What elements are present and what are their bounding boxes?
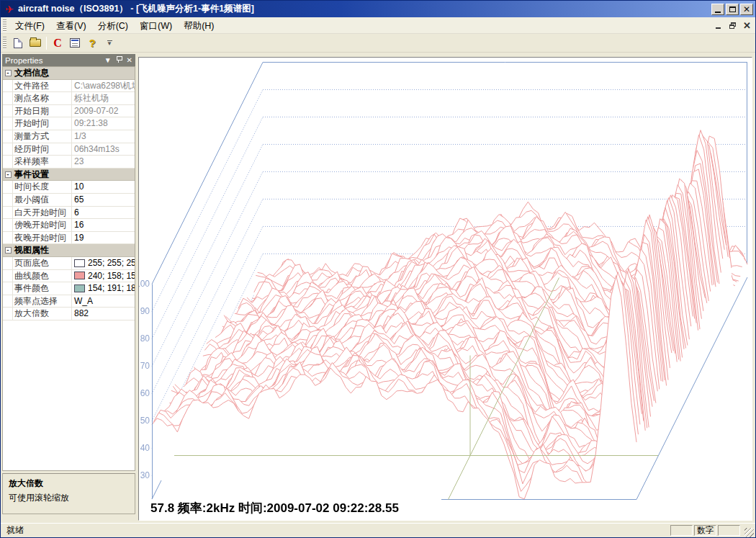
- status-cell-1: [670, 525, 693, 536]
- property-label: 傍晚开始时间: [13, 219, 72, 231]
- mdi-close-button[interactable]: ✕: [741, 20, 753, 31]
- menubar-grip[interactable]: [3, 19, 6, 32]
- waterfall-spectrogram-canvas[interactable]: [139, 58, 752, 520]
- chart-area: [138, 54, 755, 523]
- property-row[interactable]: 测点名称栎社机场: [3, 92, 135, 105]
- minimize-icon: [715, 12, 721, 13]
- section-expander[interactable]: -: [3, 169, 13, 181]
- menu-item-2[interactable]: 分析(C): [92, 19, 134, 33]
- property-value: 1/3: [74, 130, 86, 143]
- menu-item-1[interactable]: 查看(V): [50, 19, 92, 33]
- collapse-minus-icon: -: [5, 171, 12, 178]
- property-row[interactable]: 白天开始时间6: [3, 207, 135, 220]
- section-title: 文档信息: [13, 67, 135, 79]
- property-row[interactable]: 经历时间06h34m13s: [3, 143, 135, 156]
- property-label: 开始时间: [13, 117, 72, 130]
- minimize-button[interactable]: [711, 4, 724, 15]
- toolbar-overflow-button[interactable]: ▼: [101, 35, 118, 51]
- menu-item-0[interactable]: 文件(F): [9, 19, 50, 33]
- section-title: 视图属性: [13, 244, 135, 256]
- property-label: 放大倍数: [13, 308, 72, 320]
- property-value: 6: [74, 207, 79, 219]
- property-row[interactable]: 页面底色255; 255; 25: [3, 257, 135, 270]
- status-cell-3: [718, 525, 740, 536]
- toolbar-grip[interactable]: [3, 37, 6, 49]
- color-swatch: [74, 272, 85, 279]
- open-file-button[interactable]: [27, 35, 44, 51]
- property-value: 255; 255; 25: [88, 257, 135, 269]
- airplane-app-icon: ✈: [3, 4, 16, 14]
- property-row[interactable]: 测量方式1/3: [3, 130, 135, 143]
- property-value: W_A: [74, 295, 93, 308]
- calibrate-c-icon: C: [53, 37, 62, 50]
- dock-menu-chevron-icon[interactable]: ▼: [104, 57, 112, 64]
- property-row[interactable]: 开始时间09:21:38: [3, 117, 135, 130]
- property-value: 19: [74, 232, 84, 244]
- property-row[interactable]: 事件颜色154; 191; 18: [3, 282, 135, 295]
- property-section-header[interactable]: -事件设置: [3, 169, 135, 181]
- color-swatch: [74, 284, 85, 292]
- dock-title: Properties: [5, 56, 100, 65]
- property-label: 页面底色: [13, 257, 72, 269]
- new-document-icon: [14, 38, 22, 48]
- section-expander[interactable]: -: [3, 67, 13, 79]
- property-row[interactable]: 文件路径C:\awa6298\机场: [3, 80, 135, 93]
- property-row[interactable]: 曲线颜色240; 158; 15: [3, 270, 135, 283]
- menu-bar: 文件(F)查看(V)分析(C)窗口(W)帮助(H) ✕: [1, 17, 755, 34]
- properties-dock-header[interactable]: Properties ▼ ✕: [2, 54, 135, 66]
- property-row[interactable]: 夜晚开始时间19: [3, 232, 135, 245]
- title-bar: ✈ aircraft noise（ISO3891） - [飞机噪声分析1-事件1…: [1, 1, 755, 17]
- toolbar-overflow-icon: ▼: [105, 40, 114, 46]
- mdi-restore-button[interactable]: [726, 20, 739, 31]
- dock-close-button[interactable]: ✕: [127, 57, 132, 64]
- property-row[interactable]: 傍晚开始时间16: [3, 219, 135, 232]
- new-file-button[interactable]: [9, 35, 27, 51]
- section-title: 事件设置: [13, 169, 135, 181]
- help-icon: ?: [89, 37, 95, 49]
- property-value: 882: [74, 308, 89, 320]
- toolbar: C ? ▼: [1, 34, 755, 53]
- property-row[interactable]: 开始日期2009-07-02: [3, 105, 135, 118]
- open-folder-icon: [30, 39, 41, 47]
- close-button[interactable]: ✕: [740, 4, 753, 15]
- property-description-panel: 放大倍数 可使用滚轮缩放: [2, 473, 135, 514]
- section-expander[interactable]: -: [3, 244, 13, 256]
- property-row[interactable]: 频率点选择W_A: [3, 295, 135, 308]
- property-row[interactable]: 最小阈值65: [3, 194, 135, 207]
- property-label: 文件路径: [13, 80, 72, 92]
- status-cell-num: 数字: [694, 525, 716, 536]
- property-value: 06h34m13s: [74, 143, 120, 156]
- property-row[interactable]: 采样频率23: [3, 156, 135, 169]
- property-label: 白天开始时间: [13, 207, 72, 219]
- property-value: 16: [74, 219, 84, 231]
- window-title: aircraft noise（ISO3891） - [飞机噪声分析1-事件1频谱…: [18, 3, 710, 15]
- help-button[interactable]: ?: [84, 35, 101, 51]
- mdi-restore-icon: [729, 22, 736, 29]
- property-label: 测量方式: [13, 130, 72, 143]
- property-value: 2009-07-02: [74, 105, 118, 117]
- property-label: 经历时间: [13, 143, 72, 156]
- maximize-button[interactable]: [726, 4, 739, 15]
- property-section-header[interactable]: -视图属性: [3, 244, 135, 257]
- property-section-header[interactable]: -文档信息: [3, 67, 135, 80]
- property-value: C:\awa6298\机场: [74, 80, 135, 92]
- calibrate-button[interactable]: C: [49, 35, 66, 51]
- property-row[interactable]: 放大倍数882: [3, 308, 135, 320]
- property-label: 开始日期: [13, 105, 72, 117]
- mdi-minimize-button[interactable]: [712, 20, 724, 31]
- menu-item-3[interactable]: 窗口(W): [134, 19, 178, 33]
- property-label: 曲线颜色: [13, 270, 72, 282]
- property-row[interactable]: 时间长度10: [3, 181, 135, 194]
- property-value: 10: [74, 181, 84, 193]
- properties-button[interactable]: [66, 35, 84, 51]
- toolbar-separator: [46, 37, 47, 50]
- menu-item-4[interactable]: 帮助(H): [178, 19, 220, 33]
- resize-grip[interactable]: [744, 528, 754, 537]
- spectrogram-view: [138, 57, 752, 521]
- property-value: 09:21:38: [74, 117, 108, 130]
- properties-dock: Properties ▼ ✕ -文档信息文件路径C:\awa6298\机场测点名…: [2, 54, 135, 523]
- pin-icon: [116, 55, 122, 63]
- property-value: 240; 158; 15: [88, 270, 135, 282]
- dock-pin-button[interactable]: [116, 55, 122, 65]
- collapse-minus-icon: -: [5, 247, 12, 254]
